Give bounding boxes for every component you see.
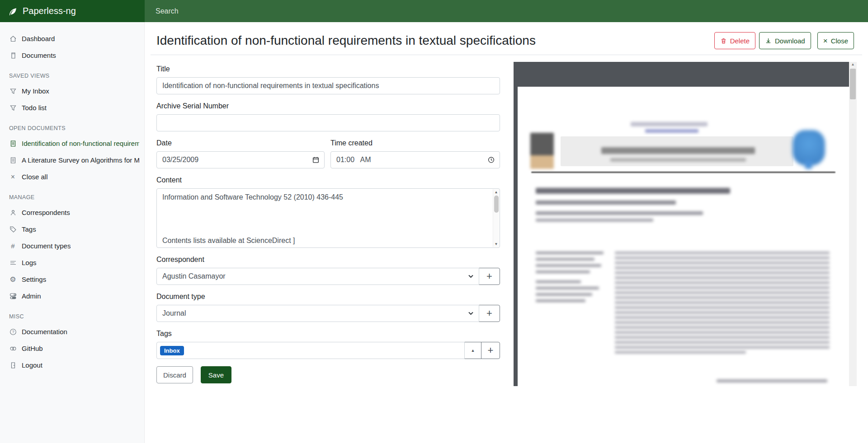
sidebar-open-doc-2[interactable]: A Literature Survey on Algorithms for Mu…	[0, 152, 145, 168]
asn-label: Archive Serial Number	[156, 102, 500, 111]
date-label: Date	[156, 139, 325, 148]
scrollbar-thumb[interactable]	[850, 69, 856, 99]
download-icon	[765, 37, 772, 44]
sidebar: Dashboard Documents SAVED VIEWS My Inbox…	[0, 22, 145, 443]
app-brand[interactable]: Paperless-ng	[0, 0, 145, 22]
add-document-type-button[interactable]: +	[479, 305, 500, 322]
sidebar-item-github[interactable]: GitHub	[0, 340, 145, 357]
asn-field: Archive Serial Number	[156, 102, 500, 131]
asn-input[interactable]	[156, 114, 500, 131]
funnel-icon	[9, 87, 17, 95]
calendar-icon[interactable]	[312, 157, 319, 163]
form-actions: Discard Save	[156, 366, 500, 383]
date-field: Date 03/25/2009	[156, 139, 325, 168]
add-tag-button[interactable]: +	[481, 342, 500, 359]
funnel-icon	[9, 104, 17, 112]
file-text-icon	[9, 140, 17, 147]
sidebar-section-open-documents: OPEN DOCUMENTS	[0, 121, 145, 135]
document-type-label: Document type	[156, 292, 500, 301]
sidebar-item-logout[interactable]: Logout	[0, 357, 145, 373]
content-label: Content	[156, 176, 500, 185]
content-textarea[interactable]: Information and Software Technology 52 (…	[156, 188, 500, 248]
hash-icon: #	[9, 242, 17, 250]
correspondent-label: Correspondent	[156, 255, 500, 264]
content-scrollbar[interactable]: ▲ ▼	[493, 189, 499, 247]
brand-name: Paperless-ng	[23, 6, 76, 16]
sidebar-item-documentation[interactable]: ? Documentation	[0, 323, 145, 340]
sidebar-item-tags[interactable]: Tags	[0, 221, 145, 238]
delete-button[interactable]: Delete	[714, 32, 755, 49]
sidebar-item-dashboard[interactable]: Dashboard	[0, 30, 145, 47]
header-actions: Delete Download × Close	[714, 32, 854, 49]
sidebar-item-admin[interactable]: Admin	[0, 288, 145, 304]
sidebar-item-todo-list[interactable]: Todo list	[0, 99, 145, 116]
svg-text:?: ?	[12, 330, 14, 334]
sidebar-section-manage: MANAGE	[0, 191, 145, 204]
time-created-label: Time created	[330, 139, 500, 148]
close-button[interactable]: × Close	[817, 32, 854, 49]
sidebar-item-close-all[interactable]: × Close all	[0, 168, 145, 185]
add-correspondent-button[interactable]: +	[479, 268, 500, 285]
tags-input[interactable]: Inbox	[156, 342, 465, 359]
search-input[interactable]	[145, 0, 868, 22]
document-type-field: Document type Journal +	[156, 292, 500, 322]
chevron-down-icon	[468, 312, 473, 315]
scroll-down-icon[interactable]: ▼	[493, 242, 499, 246]
save-button[interactable]: Save	[201, 366, 231, 383]
files-icon	[9, 51, 17, 59]
correspondent-select[interactable]: Agustin Casamayor	[156, 268, 479, 285]
tags-collapse-button[interactable]: ▲	[464, 342, 481, 359]
home-icon	[9, 35, 17, 42]
list-lines-icon	[9, 259, 17, 266]
sidebar-item-settings[interactable]: ⚙ Settings	[0, 271, 145, 288]
top-navbar: Paperless-ng	[0, 0, 868, 22]
document-type-select[interactable]: Journal	[156, 305, 479, 322]
tag-icon	[9, 225, 17, 233]
time-input[interactable]: 01:00 AM	[330, 151, 500, 168]
title-label: Title	[156, 65, 500, 74]
preview-page	[518, 87, 849, 386]
time-field: Time created 01:00 AM	[330, 139, 500, 168]
title-field: Title	[156, 65, 500, 94]
content-field: Content Information and Software Technol…	[156, 176, 500, 248]
file-text-icon	[9, 156, 17, 164]
tags-label: Tags	[156, 329, 500, 338]
sidebar-item-correspondents[interactable]: Correspondents	[0, 204, 145, 221]
link-icon	[9, 345, 17, 352]
sidebar-item-document-types[interactable]: # Document types	[0, 238, 145, 254]
sidebar-item-my-inbox[interactable]: My Inbox	[0, 83, 145, 99]
main-content: Identification of non-functional require…	[145, 22, 868, 443]
date-time-row: Date 03/25/2009 Time created 01:00 AM	[156, 139, 500, 168]
sidebar-item-logs[interactable]: Logs	[0, 254, 145, 271]
gear-icon: ⚙	[9, 275, 17, 283]
sidebar-open-doc-1[interactable]: Identification of non-functional require…	[0, 135, 145, 152]
document-edit-form: Title Archive Serial Number Date 03/25/2…	[156, 65, 500, 383]
sidebar-section-misc: MISC	[0, 310, 145, 323]
sidebar-section-saved-views: SAVED VIEWS	[0, 69, 145, 83]
clock-icon[interactable]	[488, 157, 495, 163]
preview-journal-cover	[530, 133, 554, 169]
document-preview: ▲	[514, 62, 857, 386]
tags-field: Tags Inbox ▲ +	[156, 329, 500, 359]
correspondent-field: Correspondent Agustin Casamayor +	[156, 255, 500, 285]
toggles-icon	[9, 292, 17, 300]
download-button[interactable]: Download	[759, 32, 811, 49]
chevron-down-icon	[468, 275, 473, 278]
sidebar-item-documents[interactable]: Documents	[0, 47, 145, 64]
close-icon: ×	[823, 37, 828, 45]
preview-scrollbar[interactable]: ▲	[849, 62, 857, 386]
person-icon	[9, 209, 17, 216]
trash-icon	[720, 37, 727, 44]
scroll-up-icon[interactable]: ▲	[849, 62, 857, 66]
document-header: Identification of non-functional require…	[151, 22, 862, 55]
discard-button[interactable]: Discard	[156, 366, 193, 383]
title-input[interactable]	[156, 77, 500, 94]
leaf-logo-icon	[7, 6, 18, 17]
page-title: Identification of non-functional require…	[156, 33, 536, 48]
close-icon: ×	[9, 173, 17, 181]
question-circle-icon: ?	[9, 328, 17, 336]
date-input[interactable]: 03/25/2009	[156, 151, 325, 168]
scroll-up-icon[interactable]: ▲	[493, 190, 499, 194]
scrollbar-thumb[interactable]	[494, 196, 499, 213]
tag-badge-inbox[interactable]: Inbox	[160, 346, 184, 355]
